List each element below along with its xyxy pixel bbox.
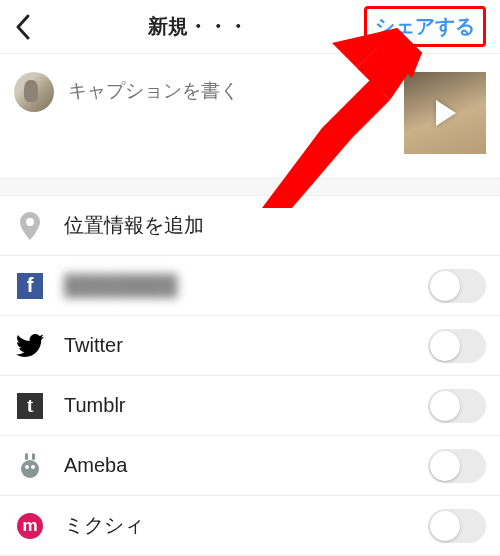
- facebook-icon: f: [14, 273, 46, 299]
- share-row-ameba: Ameba: [0, 436, 500, 496]
- twitter-icon: [14, 334, 46, 358]
- svg-rect-2: [32, 453, 35, 460]
- tumblr-icon: t: [14, 393, 46, 419]
- toggle-facebook[interactable]: [428, 269, 486, 303]
- ameba-icon: [14, 451, 46, 481]
- share-row-facebook: f ████████: [0, 256, 500, 316]
- section-divider: [0, 178, 500, 196]
- back-icon[interactable]: [14, 13, 32, 41]
- toggle-twitter[interactable]: [428, 329, 486, 363]
- share-label-ameba: Ameba: [64, 454, 428, 477]
- caption-row: [0, 54, 500, 178]
- svg-point-4: [31, 465, 35, 469]
- toggle-tumblr[interactable]: [428, 389, 486, 423]
- toggle-mixi[interactable]: [428, 509, 486, 543]
- share-row-tumblr: t Tumblr: [0, 376, 500, 436]
- svg-point-0: [21, 460, 39, 478]
- avatar: [14, 72, 54, 112]
- page-title: 新規・・・: [32, 13, 364, 40]
- share-row-twitter: Twitter: [0, 316, 500, 376]
- toggle-ameba[interactable]: [428, 449, 486, 483]
- add-location-row[interactable]: 位置情報を追加: [0, 196, 500, 256]
- video-thumbnail[interactable]: [404, 72, 486, 154]
- share-label-twitter: Twitter: [64, 334, 428, 357]
- play-icon: [436, 100, 456, 126]
- caption-input[interactable]: [68, 72, 394, 102]
- share-label-mixi: ミクシィ: [64, 512, 428, 539]
- share-row-mixi: m ミクシィ: [0, 496, 500, 556]
- share-button[interactable]: シェアする: [364, 6, 486, 47]
- share-label-tumblr: Tumblr: [64, 394, 428, 417]
- share-label-facebook: ████████: [64, 274, 428, 297]
- add-location-label: 位置情報を追加: [64, 212, 486, 239]
- svg-point-3: [25, 465, 29, 469]
- svg-rect-1: [25, 453, 28, 460]
- mixi-icon: m: [14, 513, 46, 539]
- location-pin-icon: [14, 212, 46, 240]
